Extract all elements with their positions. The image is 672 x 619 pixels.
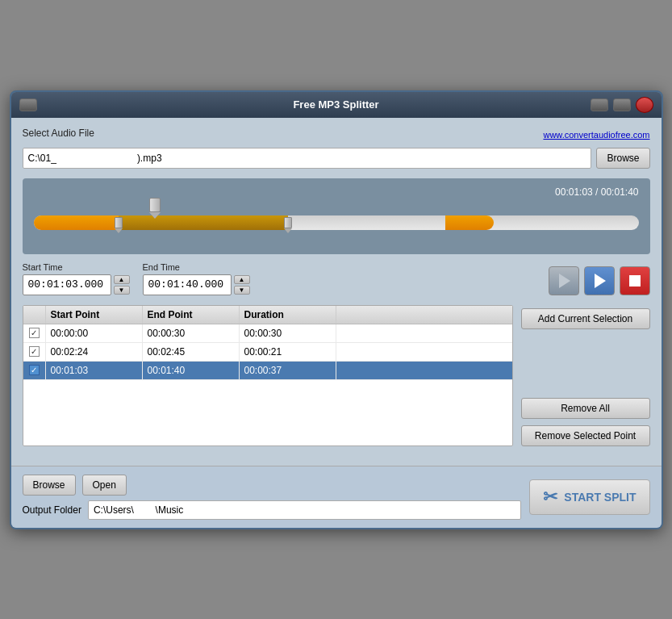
start-time-input[interactable] <box>23 274 111 295</box>
row-duration: 00:00:30 <box>240 324 336 342</box>
row-checkbox[interactable] <box>23 343 46 361</box>
end-thumb[interactable] <box>282 217 294 238</box>
checkbox-icon[interactable] <box>29 328 40 338</box>
end-time-group: End Time ▲ ▼ <box>143 262 250 295</box>
titlebar-controls <box>591 97 653 113</box>
row-checkbox[interactable] <box>23 324 46 342</box>
browse-output-button[interactable]: Browse <box>23 475 76 496</box>
col-header-end: End Point <box>143 306 240 324</box>
start-time-group: Start Time ▲ ▼ <box>23 262 130 295</box>
titlebar: Free MP3 Splitter <box>11 92 662 118</box>
open-output-button[interactable]: Open <box>82 475 127 496</box>
select-audio-label: Select Audio File <box>23 128 94 139</box>
slider-fill-selected <box>119 215 288 230</box>
timeline-area: 00:01:03 / 00:01:40 <box>23 178 650 254</box>
play-button[interactable] <box>549 266 579 295</box>
time-display: 00:01:03 / 00:01:40 <box>34 186 639 198</box>
bottom-area: Browse Open Output Folder ✂ START SPLIT <box>11 466 662 528</box>
small-thumb-arrow-end <box>284 228 292 233</box>
main-content: Select Audio File www.convertaudiofree.c… <box>11 118 662 466</box>
titlebar-left <box>19 98 37 111</box>
file-row: Browse <box>23 148 650 169</box>
row-checkbox[interactable] <box>23 362 46 379</box>
col-header-check <box>23 306 46 324</box>
table-row[interactable]: 00:02:24 00:02:45 00:00:21 <box>23 343 512 362</box>
slider-container[interactable] <box>34 203 639 243</box>
minimize-button[interactable] <box>591 98 608 111</box>
small-thumb-body-end <box>284 217 292 228</box>
bottom-buttons: Browse Open <box>23 475 522 496</box>
end-time-row: ▲ ▼ <box>143 274 250 295</box>
play-selection-icon <box>595 274 606 288</box>
row-start: 00:00:00 <box>46 324 143 342</box>
end-time-down-button[interactable]: ▼ <box>234 286 250 295</box>
row-duration: 00:00:21 <box>240 343 336 361</box>
small-thumb-body <box>115 217 123 228</box>
row-end: 00:00:30 <box>143 324 240 342</box>
end-time-up-button[interactable]: ▲ <box>234 275 250 284</box>
table-header: Start Point End Point Duration <box>23 306 512 324</box>
play-selection-button[interactable] <box>584 266 615 295</box>
add-selection-button[interactable]: Add Current Selection <box>521 308 650 329</box>
checkbox-icon[interactable] <box>29 346 40 357</box>
start-split-button[interactable]: ✂ START SPLIT <box>529 479 649 515</box>
play-icon <box>559 274 570 288</box>
start-thumb[interactable] <box>113 217 124 238</box>
row-duration: 00:00:37 <box>240 362 336 379</box>
slider-fill-right <box>445 215 494 230</box>
table-row[interactable]: 00:00:00 00:00:30 00:00:30 <box>23 324 512 343</box>
end-time-input[interactable] <box>143 274 232 295</box>
thumb-body <box>149 198 161 212</box>
start-time-label: Start Time <box>23 262 130 272</box>
output-folder-label: Output Folder <box>23 504 81 516</box>
browse-file-button[interactable]: Browse <box>596 148 649 169</box>
main-window: Free MP3 Splitter Select Audio File www.… <box>10 90 663 529</box>
maximize-button[interactable] <box>613 98 631 111</box>
start-time-row: ▲ ▼ <box>23 274 130 295</box>
table-body: 00:00:00 00:00:30 00:00:30 00:02:24 00:0… <box>23 324 512 445</box>
stop-icon <box>629 275 641 286</box>
remove-selected-button[interactable]: Remove Selected Point <box>521 425 650 446</box>
slider-fill-left <box>34 215 119 230</box>
slider-track[interactable] <box>34 215 639 230</box>
remove-all-button[interactable]: Remove All <box>521 398 650 419</box>
end-time-spinners: ▲ ▼ <box>234 275 250 295</box>
start-split-label: START SPLIT <box>564 491 636 504</box>
thumb-arrow <box>149 212 161 219</box>
close-button[interactable] <box>636 97 653 113</box>
main-thumb[interactable] <box>149 198 161 219</box>
start-time-up-button[interactable]: ▲ <box>114 275 130 284</box>
right-buttons: Add Current Selection Remove All Remove … <box>521 305 650 446</box>
row-end: 00:02:45 <box>143 343 240 361</box>
col-header-duration: Duration <box>240 306 336 324</box>
row-end: 00:01:40 <box>143 362 240 379</box>
window-title: Free MP3 Splitter <box>293 98 378 111</box>
stop-button[interactable] <box>620 266 650 295</box>
checkbox-icon[interactable] <box>29 365 40 375</box>
start-time-down-button[interactable]: ▼ <box>114 286 130 295</box>
start-time-spinners: ▲ ▼ <box>114 275 130 295</box>
col-header-start: Start Point <box>46 306 143 324</box>
output-row: Output Folder <box>23 500 522 520</box>
row-start: 00:01:03 <box>46 362 143 379</box>
main-panel: Start Point End Point Duration 00:00:00 … <box>23 305 650 446</box>
file-path-input[interactable] <box>23 148 592 169</box>
play-controls <box>549 266 650 295</box>
table-row[interactable]: 00:01:03 00:01:40 00:00:37 <box>23 362 512 380</box>
end-time-label: End Time <box>143 262 250 272</box>
segments-table: Start Point End Point Duration 00:00:00 … <box>23 305 513 446</box>
scissors-icon: ✂ <box>543 487 557 508</box>
top-row: Select Audio File www.convertaudiofree.c… <box>23 128 650 143</box>
row-start: 00:02:24 <box>46 343 143 361</box>
app-icon-btn[interactable] <box>19 98 37 111</box>
bottom-left: Browse Open Output Folder <box>23 475 522 520</box>
small-thumb-arrow <box>115 228 123 233</box>
website-link[interactable]: www.convertaudiofree.com <box>543 130 649 140</box>
controls-row: Start Time ▲ ▼ End Time ▲ ▼ <box>23 262 650 295</box>
output-folder-input[interactable] <box>88 500 521 520</box>
